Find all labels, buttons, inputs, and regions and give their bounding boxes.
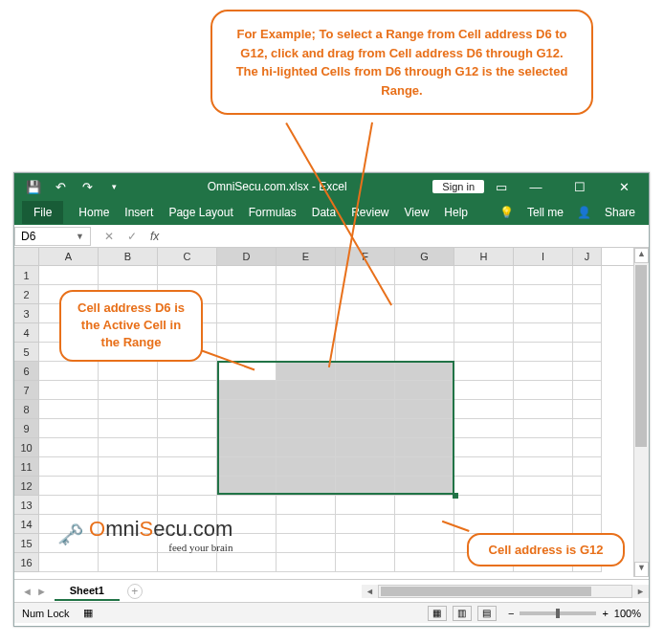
cell-B9[interactable] [99, 419, 158, 438]
col-header-B[interactable]: B [99, 248, 158, 265]
cell-F3[interactable] [336, 304, 395, 323]
col-header-C[interactable]: C [158, 248, 217, 265]
cell-F6[interactable] [336, 362, 395, 381]
col-header-A[interactable]: A [39, 248, 99, 265]
horizontal-scrollbar[interactable]: ◄ ► [362, 585, 649, 598]
cell-D16[interactable] [217, 553, 277, 572]
qat-customize-icon[interactable]: ▾ [106, 179, 122, 194]
row-header-10[interactable]: 10 [14, 438, 39, 457]
cell-F15[interactable] [336, 534, 395, 553]
cell-D13[interactable] [217, 496, 277, 515]
tab-page-layout[interactable]: Page Layout [168, 202, 232, 223]
cell-H10[interactable] [454, 438, 514, 457]
sign-in-button[interactable]: Sign in [432, 180, 484, 193]
row-header-14[interactable]: 14 [14, 515, 39, 534]
save-icon[interactable]: 💾 [26, 179, 41, 194]
cell-F13[interactable] [336, 496, 395, 515]
cell-D4[interactable] [217, 323, 277, 343]
cell-J1[interactable] [573, 266, 602, 285]
cell-C7[interactable] [158, 381, 217, 400]
cell-C13[interactable] [158, 496, 217, 515]
cell-H5[interactable] [454, 343, 514, 362]
tab-home[interactable]: Home [78, 202, 109, 223]
cell-I13[interactable] [514, 496, 573, 515]
cell-C10[interactable] [158, 438, 217, 457]
sheet-nav-prev-icon[interactable]: ◄ [22, 586, 33, 597]
zoom-control[interactable]: − + 100% [508, 608, 641, 619]
col-header-H[interactable]: H [454, 248, 514, 265]
cell-A12[interactable] [39, 477, 99, 496]
share-icon[interactable]: 👤 [577, 206, 591, 219]
cell-B10[interactable] [99, 438, 158, 457]
tab-view[interactable]: View [405, 202, 430, 223]
cell-J12[interactable] [573, 477, 602, 496]
cell-B1[interactable] [99, 266, 158, 285]
cell-D6[interactable] [217, 362, 277, 381]
cell-C6[interactable] [158, 362, 217, 381]
cell-I2[interactable] [514, 285, 573, 304]
vertical-scrollbar[interactable]: ▲ ▼ [633, 248, 649, 577]
cell-E2[interactable] [277, 285, 336, 304]
row-header-6[interactable]: 6 [14, 362, 39, 381]
cell-C16[interactable] [158, 553, 217, 572]
redo-icon[interactable]: ↷ [79, 179, 95, 194]
row-header-7[interactable]: 7 [14, 381, 39, 400]
undo-icon[interactable]: ↶ [53, 179, 68, 194]
cell-G8[interactable] [395, 400, 454, 419]
cell-G1[interactable] [395, 266, 454, 285]
cell-I11[interactable] [514, 457, 573, 477]
cell-E14[interactable] [277, 515, 336, 534]
cell-I8[interactable] [514, 400, 573, 419]
cell-E16[interactable] [277, 553, 336, 572]
tell-me-icon[interactable]: 💡 [499, 206, 514, 219]
cell-A8[interactable] [39, 400, 99, 419]
row-header-5[interactable]: 5 [14, 343, 39, 362]
cell-B13[interactable] [99, 496, 158, 515]
hscroll-thumb[interactable] [381, 587, 591, 596]
row-header-8[interactable]: 8 [14, 400, 39, 419]
cell-I14[interactable] [514, 515, 573, 534]
close-button[interactable]: ✕ [607, 173, 641, 200]
vscroll-track[interactable] [634, 263, 649, 562]
row-header-16[interactable]: 16 [14, 553, 39, 572]
zoom-percent[interactable]: 100% [614, 608, 641, 619]
cell-F9[interactable] [336, 419, 395, 438]
cell-A13[interactable] [39, 496, 99, 515]
cell-H6[interactable] [454, 362, 514, 381]
row-header-3[interactable]: 3 [14, 304, 39, 323]
cell-F10[interactable] [336, 438, 395, 457]
cell-D3[interactable] [217, 304, 277, 323]
cell-A16[interactable] [39, 553, 99, 572]
scroll-down-icon[interactable]: ▼ [634, 562, 649, 577]
cell-D9[interactable] [217, 419, 277, 438]
cell-E6[interactable] [277, 362, 336, 381]
cell-F7[interactable] [336, 381, 395, 400]
cell-E4[interactable] [277, 323, 336, 343]
col-header-E[interactable]: E [277, 248, 336, 265]
cell-E7[interactable] [277, 381, 336, 400]
tell-me-search[interactable]: Tell me [527, 202, 564, 223]
zoom-out-button[interactable]: − [508, 608, 514, 619]
zoom-slider[interactable] [520, 611, 596, 615]
scroll-right-icon[interactable]: ► [632, 587, 649, 596]
col-header-J[interactable]: J [573, 248, 602, 265]
cell-B6[interactable] [99, 362, 158, 381]
cell-C1[interactable] [158, 266, 217, 285]
cell-J11[interactable] [573, 457, 602, 477]
cell-E15[interactable] [277, 534, 336, 553]
cell-I3[interactable] [514, 304, 573, 323]
ribbon-display-options-icon[interactable]: ▭ [494, 179, 509, 194]
cell-E1[interactable] [277, 266, 336, 285]
cell-I5[interactable] [514, 343, 573, 362]
cell-E5[interactable] [277, 343, 336, 362]
fill-handle[interactable] [453, 493, 458, 499]
cell-G16[interactable] [395, 553, 454, 572]
cell-H13[interactable] [454, 496, 514, 515]
share-button[interactable]: Share [605, 202, 635, 223]
cell-F14[interactable] [336, 515, 395, 534]
cell-H14[interactable] [454, 515, 514, 534]
cell-G11[interactable] [395, 457, 454, 477]
normal-view-button[interactable]: ▦ [428, 606, 447, 621]
cell-D2[interactable] [217, 285, 277, 304]
cell-C12[interactable] [158, 477, 217, 496]
